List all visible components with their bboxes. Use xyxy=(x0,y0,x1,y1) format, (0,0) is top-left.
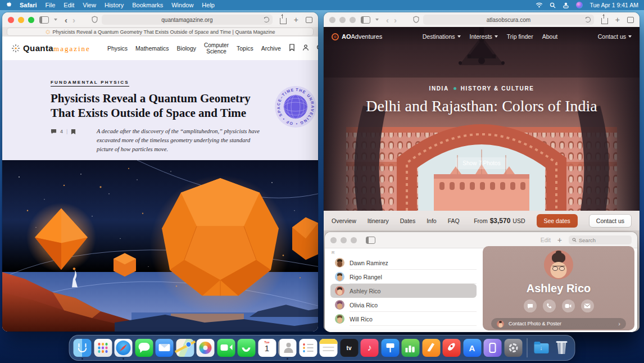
nav-archive[interactable]: Archive xyxy=(261,45,281,52)
menu-file[interactable]: File xyxy=(46,2,56,8)
zoom-button[interactable] xyxy=(351,237,357,243)
article-title[interactable]: Physicists Reveal a Quantum Geometry Tha… xyxy=(51,92,264,120)
save-article-icon[interactable] xyxy=(71,129,76,136)
show-photos-button[interactable]: Show 7 Photos xyxy=(456,157,507,169)
contact-photo-poster-row[interactable]: Contact Photo & Poster › xyxy=(491,318,626,329)
dock-music[interactable]: ♪ xyxy=(361,339,379,357)
menu-history[interactable]: History xyxy=(105,2,124,8)
dock-mail[interactable] xyxy=(156,339,174,357)
minimize-button[interactable] xyxy=(18,17,24,23)
contact-row-will-rico[interactable]: Will Rico xyxy=(330,312,477,326)
comments-icon[interactable] xyxy=(51,129,57,135)
contact-avatar-large[interactable] xyxy=(544,250,573,279)
dock-downloads[interactable]: ↓ xyxy=(532,339,550,357)
edit-button[interactable]: Edit xyxy=(541,237,551,243)
dock-finder[interactable] xyxy=(74,339,92,357)
wifi-icon[interactable] xyxy=(536,2,543,8)
zoom-button[interactable] xyxy=(28,17,34,23)
nav-physics[interactable]: Physics xyxy=(107,45,128,52)
search-icon[interactable] xyxy=(550,2,556,8)
dock-app-store[interactable]: A xyxy=(463,339,481,357)
menu-help[interactable]: Help xyxy=(202,2,215,8)
forward-button[interactable]: › xyxy=(72,16,75,24)
privacy-shield-icon[interactable] xyxy=(92,16,98,24)
tab-overview-icon[interactable] xyxy=(306,17,312,23)
contact-row-rigo-rangel[interactable]: Rigo Rangel xyxy=(330,270,477,284)
new-tab-icon[interactable]: + xyxy=(294,16,298,24)
control-center-icon[interactable] xyxy=(563,2,569,8)
safari-window-quanta[interactable]: ‹ › quantamagazine.org + Physicists Reve… xyxy=(2,12,318,332)
menu-edit[interactable]: Edit xyxy=(64,2,74,8)
contact-row-dawn-ramirez[interactable]: Dawn Ramirez xyxy=(330,256,477,270)
dock-system-settings[interactable] xyxy=(504,339,522,357)
dock-reminders[interactable] xyxy=(299,339,317,357)
new-tab-icon[interactable]: + xyxy=(615,16,620,24)
contact-row-ashley-rico[interactable]: Ashley Rico xyxy=(330,284,477,298)
dock-messages[interactable] xyxy=(135,339,153,357)
menu-bar-clock[interactable]: Tue Apr 1 9:41 AM xyxy=(589,2,638,8)
tab-info[interactable]: Info xyxy=(427,217,437,224)
atlas-logo[interactable]: AOAdventures xyxy=(332,33,382,40)
dock-contacts[interactable] xyxy=(279,339,297,357)
contacts-window[interactable]: Edit + Search R Dawn Ramirez Rigo Rangel xyxy=(325,232,637,332)
nav-biology[interactable]: Biology xyxy=(177,45,196,52)
dock-pages[interactable] xyxy=(422,339,440,357)
back-button[interactable]: ‹ xyxy=(386,16,389,24)
dock-keynote[interactable] xyxy=(381,339,399,357)
forward-button[interactable]: › xyxy=(394,16,397,24)
search-icon[interactable] xyxy=(316,43,318,53)
dock-safari[interactable] xyxy=(115,339,133,357)
nav-interests[interactable]: Interests xyxy=(470,33,498,40)
siri-icon[interactable] xyxy=(576,2,583,8)
tab-faq[interactable]: FAQ xyxy=(448,217,460,224)
see-dates-button[interactable]: See dates xyxy=(537,214,578,228)
menu-view[interactable]: View xyxy=(83,2,96,8)
reload-icon[interactable] xyxy=(585,17,591,22)
minimize-button[interactable] xyxy=(341,237,347,243)
dock-maps[interactable] xyxy=(176,339,194,357)
sidebar-icon[interactable] xyxy=(39,16,49,24)
close-button[interactable] xyxy=(330,237,337,243)
dock-facetime[interactable] xyxy=(217,339,235,357)
address-bar[interactable]: atlasobscura.com xyxy=(423,15,594,25)
share-icon[interactable] xyxy=(280,18,287,24)
dock-numbers[interactable] xyxy=(402,339,420,357)
contact-row-olivia-rico[interactable]: Olivia Rico xyxy=(330,298,477,312)
dock-phone[interactable] xyxy=(238,339,256,357)
breadcrumb-category[interactable]: HISTORY & CULTURE xyxy=(461,85,534,92)
back-button[interactable]: ‹ xyxy=(65,16,67,24)
message-button[interactable] xyxy=(524,300,537,312)
chevron-down-icon[interactable] xyxy=(54,19,57,21)
article-kicker[interactable]: FUNDAMENTAL PHYSICS xyxy=(51,80,129,87)
nav-contact-us[interactable]: Contact us xyxy=(598,33,632,40)
tab-itinerary[interactable]: Itinerary xyxy=(368,217,389,224)
nav-trip-finder[interactable]: Trip finder xyxy=(507,33,533,40)
breadcrumb-location[interactable]: INDIA xyxy=(429,85,449,92)
apple-menu-icon[interactable] xyxy=(6,1,12,10)
dock-trash[interactable] xyxy=(553,339,571,357)
series-badge[interactable]: THE UNRAVELING • OF • SPACE–TIME • xyxy=(275,86,316,128)
video-button[interactable] xyxy=(562,300,575,312)
contact-us-button[interactable]: Contact us xyxy=(589,214,632,228)
menu-bookmarks[interactable]: Bookmarks xyxy=(132,2,163,8)
chevron-down-icon[interactable] xyxy=(375,19,379,21)
sidebar-icon[interactable] xyxy=(361,16,370,24)
dock-photos[interactable] xyxy=(197,339,215,357)
add-contact-button[interactable]: + xyxy=(557,235,562,244)
dock-notes[interactable] xyxy=(320,339,338,357)
nav-about[interactable]: About xyxy=(542,33,557,40)
zoom-button[interactable] xyxy=(350,17,356,23)
tab-overview[interactable]: Overview xyxy=(332,217,356,224)
tab-dates[interactable]: Dates xyxy=(400,217,415,224)
minimize-button[interactable] xyxy=(339,17,346,23)
tab-overview-icon[interactable] xyxy=(627,17,634,23)
nav-computer-science[interactable]: Computer Science xyxy=(204,42,229,55)
nav-topics[interactable]: Topics xyxy=(237,45,253,52)
browser-tab-quanta[interactable]: Physicists Reveal a Quantum Geometry Tha… xyxy=(7,28,314,36)
bookmark-icon[interactable] xyxy=(289,43,295,53)
account-icon[interactable] xyxy=(302,43,309,53)
share-icon[interactable] xyxy=(601,18,608,24)
close-button[interactable] xyxy=(329,17,335,23)
dock-launchpad[interactable] xyxy=(94,339,112,357)
menu-safari[interactable]: Safari xyxy=(20,2,37,8)
